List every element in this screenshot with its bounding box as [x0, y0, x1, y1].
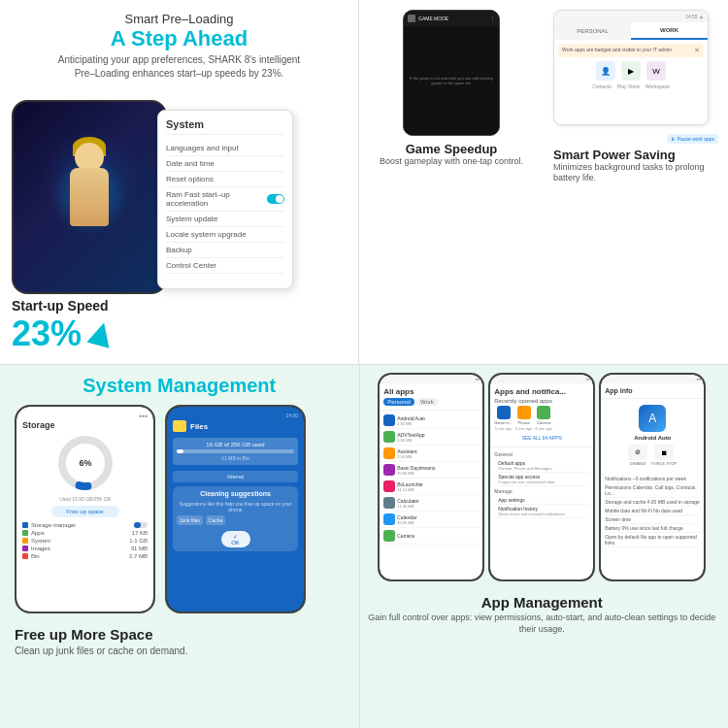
legend-images: Images 31 MB [22, 545, 148, 552]
calc-info: Calculator 11.40 MB [397, 498, 479, 509]
storage-used-text: 16 GB of 256 GB used [177, 442, 294, 447]
camera-list-icon [383, 530, 395, 542]
settings-item-control: Control Center [166, 258, 284, 274]
disable-label: DISABLE [630, 461, 646, 466]
game-mode-recent-icon [497, 406, 511, 419]
app-name-camera: Camera [397, 533, 479, 539]
storage-legend: Storage manager Apps 17 KB [22, 521, 148, 560]
smart-power-desc: Minimizes background tasks to prolong ba… [553, 162, 718, 184]
app-mgmt-title: App Management [364, 594, 720, 611]
advtest-info: ADVTestApp 1.50 MB [397, 432, 479, 443]
android-auto-icon [383, 414, 395, 426]
ok-button[interactable]: ✓ OK [221, 531, 250, 547]
free-up-space-button[interactable]: Free up space [51, 506, 119, 517]
legend-apps: Apps 17 KB [22, 529, 148, 537]
personal-tab[interactable]: PERSONAL [554, 22, 631, 40]
disable-icon: ⊘ [628, 445, 647, 460]
detail-battery: Battery 0% use since last full charge [605, 524, 700, 533]
all-apps-screen: ●● All apps Personal Work [380, 375, 482, 579]
calendar-icon [383, 513, 395, 525]
free-up-title: Free up More Space [15, 626, 345, 643]
app-row-assistant: Assistant 2.50 MB [381, 446, 480, 462]
app-actions-row: ⊘ DISABLE ⏹ FORCE STOP [628, 445, 677, 466]
all-apps-header: All apps Personal Work [380, 383, 482, 411]
phone-game-mockup [12, 100, 167, 294]
cleaning-suggestions-title: Cleaning suggestions [177, 490, 294, 497]
files-header: Files [173, 420, 298, 432]
pre-loading-header: Smart Pre–Loading A Step Ahead Anticipat… [0, 0, 358, 86]
workspace-icon: W [646, 61, 666, 81]
files-screen: 14:00 Files 16 GB of 256 GB used 11 MB i… [167, 407, 304, 612]
disable-button[interactable]: ⊘ DISABLE [628, 445, 647, 466]
game-mode-icon [408, 15, 415, 22]
detail-storage: Storage and cache 4.00 MB used in storag… [605, 498, 700, 507]
app-size-calc: 11.40 MB [397, 504, 479, 509]
settings-item-reset: Reset options [166, 172, 284, 187]
app-size-basic: 30.06 MB [397, 471, 479, 476]
storage-used-bar: 16 GB of 256 GB used 11 MB in Bin [173, 438, 298, 465]
app-mgmt-section: App Management Gain full control over ap… [364, 594, 720, 635]
app-row-basic: Basic Daydreams 30.06 MB [381, 462, 480, 479]
apps-notif-phone-mockup: ●● Apps and notifica... Recently opened … [488, 373, 595, 581]
app-row-advtest: ADVTestApp 1.50 MB [381, 429, 480, 446]
files-phone-mockup: 14:00 Files 16 GB of 256 GB used 11 MB i… [165, 405, 306, 613]
game-speedup-title: Game Speedup [406, 142, 498, 156]
settings-panel-title: System [166, 118, 284, 135]
force-stop-button[interactable]: ⏹ FORCE STOP [651, 445, 677, 466]
cleaning-sub-text: Suggestions like this help you free up s… [177, 501, 294, 513]
app-info-icon-row: A Android Auto ⊘ DISABLE ⏹ FORCE STOP [601, 399, 704, 472]
smart-power-title: Smart Power Saving [553, 148, 718, 162]
workspace-label: Workspace [645, 83, 670, 89]
photos-recent-icon [517, 406, 531, 419]
special-access-row: Special app access 2 apps can use unrest… [494, 473, 589, 486]
svg-text:6%: 6% [79, 458, 91, 468]
cleaning-suggestions-box: Cleaning suggestions Suggestions like th… [173, 486, 298, 551]
default-apps-row: Default apps Chrome, Phone and Messages [494, 459, 589, 473]
app-info-header: App info [601, 383, 704, 399]
recent-game-mode: Game m... 5 min ago [494, 406, 513, 431]
apps-notif-screen: ●● Apps and notifica... Recently opened … [490, 375, 593, 579]
basic-daydreams-icon [383, 464, 395, 476]
notif-history-sub: Show recent and snoozed notifications [498, 512, 565, 516]
camera-recent-icon [537, 406, 550, 419]
calendar-info: Calendar 46.95 MB [397, 514, 479, 525]
settings-item-locale: Locale system upgrade [166, 227, 284, 243]
top-right-panel: GAME MODE ⋮ If the game is not scanned, … [359, 0, 728, 364]
bottom-right-panel: ●● All apps Personal Work [360, 365, 728, 728]
app-row-auto: Android Auto 4.93 MB [381, 413, 480, 429]
detail-open-by-default: Open by default No app to open supported… [605, 533, 700, 547]
storage-donut-chart: 6% [56, 434, 115, 492]
game-mode-text: If the game is not scanned, you can add … [404, 72, 499, 89]
camera-info: Camera [397, 533, 479, 539]
force-stop-icon: ⏹ [654, 445, 674, 460]
cleaning-item-junk: Junk files [177, 515, 203, 525]
smart-power-section: 14:55 ▲ PERSONAL WORK Work apps are badg… [544, 0, 728, 194]
default-apps-sub: Chrome, Phone and Messages [498, 466, 551, 471]
legend-system: System 1.1 GB [22, 537, 148, 545]
work-tab[interactable]: WORK [631, 22, 708, 40]
cleaning-item-cache: Cache [206, 515, 225, 525]
phone-settings-area: System Languages and input Date and time… [0, 90, 358, 304]
work-tab-pill[interactable]: Work [416, 398, 438, 406]
storage-screen-title: Storage [22, 420, 148, 430]
all-apps-tabs: Personal Work [383, 398, 479, 406]
all-apps-phone-mockup: ●● All apps Personal Work [378, 373, 484, 581]
ram-toggle[interactable] [267, 194, 284, 204]
recent-photos: Photos 5 min ago [515, 406, 533, 431]
bxlauncher-icon [383, 480, 395, 492]
contacts-label: Contacts [592, 83, 612, 89]
personal-tab-pill[interactable]: Personal [383, 398, 414, 406]
recent-camera: Camera 6 min ago [536, 406, 553, 431]
app-info-details: Notifications –0 notifications per week … [601, 472, 704, 550]
app-settings-text: App settings [498, 497, 525, 503]
pause-work-button[interactable]: ⏸ Pause work apps [667, 134, 718, 144]
storage-circle-container: 6% [22, 434, 148, 492]
app-mgmt-desc: Gain full control over apps: view permis… [364, 612, 720, 635]
calculator-icon [383, 497, 395, 509]
see-all-apps-link[interactable]: SEE ALL 64 APPS [494, 433, 589, 443]
notif-header: Apps and notifica... Recently opened app… [490, 383, 593, 447]
android-auto-big-icon: A [639, 405, 666, 432]
app-size-assistant: 2.50 MB [397, 454, 479, 459]
storage-used-label: Used 15.93 GB/256 GB [22, 496, 148, 502]
settings-item-backup: Backup [166, 243, 284, 258]
